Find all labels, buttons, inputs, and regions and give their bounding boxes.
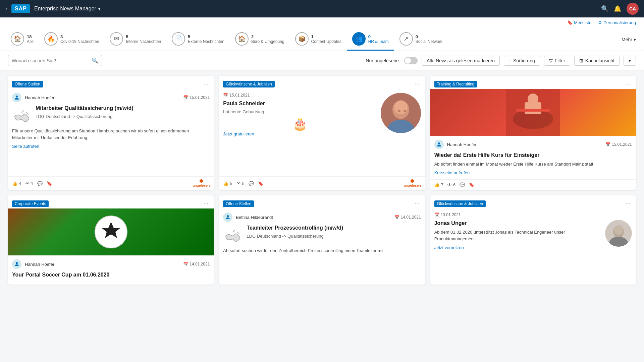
category-item-covid[interactable]: 🔥 3 Covid-19 Nachrichten — [39, 28, 104, 51]
card-body: Bettina Hildebrandt 📅 14.01.2021 Teamlei… — [219, 208, 425, 285]
card-tag: Training & Recruiting — [434, 81, 477, 87]
category-item-hr[interactable]: 👥 0 HR & Team — [347, 28, 394, 51]
back-button[interactable]: ‹ — [5, 5, 7, 12]
merkliste-link[interactable]: 🔖 Merkliste — [567, 20, 591, 25]
category-count: 5 — [188, 34, 224, 39]
like-button[interactable]: 👍 7 — [434, 182, 443, 187]
category-icon: 👥 — [352, 32, 366, 46]
author-name: Hannah Hoefer — [25, 95, 54, 100]
category-icon: 🏠 — [11, 32, 24, 46]
news-card-card3: Training & Recruiting ··· Hanna — [430, 76, 636, 190]
filter-right: Nur ungelesene: Alle News als gelesen ma… — [366, 56, 636, 66]
thumbs-up-icon: 👍 — [434, 182, 440, 187]
view-dropdown-button[interactable]: ▾ — [624, 56, 636, 66]
like-button[interactable]: 👍 4 — [12, 181, 21, 186]
search-icon-button[interactable]: 🔍 — [601, 5, 608, 12]
sort-icon: ↕ — [509, 58, 511, 63]
category-nav: 🏠 18 Alle 🔥 3 Covid-19 Nachrichten ✉ 5 I… — [0, 28, 644, 51]
author-name: Bettina Hildebrandt — [236, 215, 273, 220]
card-text: Ab sofort suchen wir für den Zentralbere… — [223, 247, 421, 254]
card-menu-button[interactable]: ··· — [202, 79, 210, 89]
sap-logo: SAP — [11, 4, 30, 13]
card-subtitle: LDG Deutschland -> Qualitätssicherung — [36, 114, 210, 119]
card-body: 📅 15.01.2021 Paula Schneider hat heute G… — [219, 89, 425, 176]
svg-point-6 — [404, 110, 406, 112]
calendar-icon: 📅 — [183, 262, 188, 266]
kachelansicht-button[interactable]: ⊞ Kachelansicht — [574, 56, 620, 66]
filter-button[interactable]: ▽ Filter — [544, 56, 570, 66]
card-menu-button[interactable]: ··· — [413, 199, 421, 208]
svg-point-5 — [398, 110, 400, 112]
category-item-social[interactable]: ↗ 0 Social Network — [394, 28, 448, 51]
app-title: Enterprise News Manager ▾ — [34, 6, 101, 12]
card-footer: 👍 4 👁 1 💬 🔖 ungelesen — [8, 176, 214, 190]
card-header: Corporate Events ··· — [8, 195, 214, 208]
mehr-button[interactable]: Mehr ▾ — [619, 33, 639, 46]
news-card-card1: Offene Stellen ··· Hannah Hoefer 📅 15.01… — [8, 76, 214, 190]
sortierung-button[interactable]: ↕ Sortierung — [504, 56, 540, 66]
unread-label: ungelesen — [404, 183, 421, 187]
grid-icon: ⊞ — [579, 58, 583, 63]
search-box: 🔍 — [8, 55, 102, 66]
card-subtitle: hat heute Geburtstag — [223, 109, 377, 114]
like-button[interactable]: 👍 5 — [223, 181, 232, 186]
comment-button[interactable]: 💬 — [460, 182, 465, 187]
author-name: Hannah Hoefer — [25, 262, 54, 267]
comment-icon: 💬 — [460, 182, 465, 187]
comment-button[interactable]: 💬 — [37, 181, 43, 186]
category-count: 0 — [368, 34, 389, 39]
calendar-icon: 📅 — [394, 215, 399, 220]
avatar — [12, 93, 21, 102]
category-icon: 🔥 — [44, 32, 58, 46]
card-title: Paula Schneider — [223, 100, 377, 107]
bookmark-button[interactable]: 🔖 — [258, 181, 263, 186]
bookmark-icon: 🔖 — [47, 181, 52, 186]
search-input[interactable] — [12, 58, 89, 63]
category-count: 3 — [60, 34, 99, 39]
category-item-alle[interactable]: 🏠 18 Alle — [5, 28, 39, 51]
user-avatar-button[interactable]: CA — [627, 3, 639, 15]
category-info: 18 Alle — [27, 34, 34, 44]
view-count: 👁 1 — [25, 181, 33, 186]
card-meta: Hannah Hoefer 📅 14.01.2021 — [12, 259, 210, 269]
search-filter-bar: 🔍 Nur ungelesene: Alle News als gelesen … — [0, 51, 644, 70]
comment-button[interactable]: 💬 — [249, 181, 254, 186]
card-body: Hannah Hoefer 📅 15.01.2021 Wieder da! Er… — [430, 136, 636, 179]
card-menu-button[interactable]: ··· — [413, 79, 421, 89]
category-info: 0 Social Network — [416, 34, 442, 44]
personalisierung-link[interactable]: ⚙ Personalisierung — [598, 20, 636, 25]
card-menu-button[interactable]: ··· — [624, 199, 632, 208]
category-item-content[interactable]: 📦 1 Content Updates — [290, 28, 347, 51]
category-item-extern[interactable]: 📄 5 Externe Nachrichten — [166, 28, 230, 51]
card-action-link[interactable]: Jetzt gratulieren — [223, 131, 254, 136]
card-meta: Hannah Hoefer 📅 15.01.2021 — [12, 93, 210, 102]
category-icon: 📦 — [295, 32, 309, 46]
bookmark-button[interactable]: 🔖 — [47, 181, 52, 186]
card-date: 📅 15.01.2021 — [183, 95, 210, 100]
card-title: Your Portal Soccer Cup am 01.06.2020 — [12, 272, 210, 279]
card-body: Hannah Hoefer 📅 15.01.2021 Mitarbeiter Q… — [8, 89, 214, 176]
header-left: ‹ SAP Enterprise News Manager ▾ — [5, 4, 101, 13]
category-label: Social Network — [416, 39, 442, 44]
calendar-icon: 📅 — [434, 213, 439, 217]
card-menu-button[interactable]: ··· — [624, 79, 632, 89]
card-header: Training & Recruiting ··· — [430, 76, 636, 89]
category-item-intern[interactable]: ✉ 5 Interne Nachrichten — [104, 28, 166, 51]
card-menu-button[interactable]: ··· — [202, 199, 210, 208]
alle-gelesen-button[interactable]: Alle News als gelesen markieren — [422, 56, 500, 66]
search-icon[interactable]: 🔍 — [92, 57, 98, 64]
category-item-buero[interactable]: 🏠 2 Büro & Umgebung — [230, 28, 290, 51]
card-title: Teamleiter Prozesscontrolling (m/w/d) — [247, 225, 421, 232]
unread-dot — [200, 179, 203, 183]
view-count: 👁 5 — [236, 181, 245, 186]
handshake-icon — [223, 225, 243, 245]
view-count: 👁 6 — [447, 182, 455, 187]
card-date: 📅 14.01.2021 — [183, 262, 210, 266]
card-action-link[interactable]: Jetzt vernetzen — [434, 245, 464, 250]
ungelesene-toggle[interactable] — [404, 57, 418, 64]
card-action-link[interactable]: Seite aufrufen — [12, 144, 39, 149]
card-action-link[interactable]: Kursseite aufrufen — [434, 170, 470, 175]
bookmark-button[interactable]: 🔖 — [469, 182, 474, 187]
avatar — [223, 213, 232, 222]
notification-bell-button[interactable]: 🔔 — [614, 5, 621, 12]
